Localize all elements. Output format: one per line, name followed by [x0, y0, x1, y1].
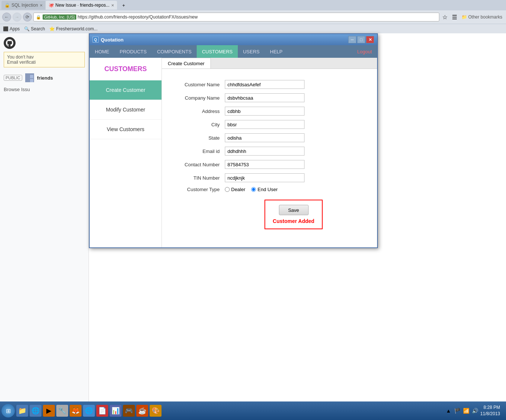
save-button[interactable]: Save — [279, 205, 309, 215]
github-logo — [4, 37, 16, 49]
browse-issues[interactable]: Browse Issu — [4, 84, 85, 94]
menu-logout[interactable]: Logout — [352, 45, 377, 58]
menu-icon[interactable]: ☰ — [450, 14, 459, 21]
radio-dealer-label[interactable]: Dealer — [225, 187, 245, 192]
notification-sub: Email verificati — [7, 60, 81, 65]
secure-label: GitHub, Inc. [US] — [43, 14, 76, 20]
taskbar-tray: ▲ 🏴 📶 🔊 8:28 PM 11/8/2013 — [443, 404, 505, 417]
label-address: Address — [177, 109, 225, 114]
address-bar[interactable]: 🔒 GitHub, Inc. [US] https://github.com/f… — [33, 13, 439, 21]
customer-added-message: Customer Added — [273, 218, 314, 224]
label-contact: Contact Number — [177, 162, 225, 167]
minimize-button[interactable]: ─ — [348, 36, 356, 43]
browser-tab-sql[interactable]: 🔒 SQL Injection ✕ — [1, 1, 46, 10]
repo-name: friends — [37, 75, 53, 81]
app-content: Create Customer Customer Name Company Na… — [162, 58, 377, 247]
notification-title: You don't hav — [7, 54, 81, 60]
taskbar-file-explorer[interactable]: 📁 — [16, 405, 28, 417]
browser-content: You don't hav Email verificati PUBLIC fr… — [0, 33, 506, 401]
taskbar-tools-icon[interactable]: 🔧 — [56, 405, 68, 417]
menu-products[interactable]: PRODUCTS — [114, 45, 152, 58]
tab-label: SQL Injection — [11, 3, 38, 8]
input-state[interactable] — [225, 133, 304, 142]
taskbar-paint-icon[interactable]: 🎨 — [150, 405, 162, 417]
github-sidebar: You don't hav Email verificati PUBLIC fr… — [0, 33, 89, 401]
star-icon[interactable]: ☆ — [441, 14, 449, 21]
app-body: CUSTOMERS Create Customer Modify Custome… — [90, 58, 377, 247]
bookmarks-bar: ⬛ Apps 🔍 Search ⭐ Freshersworld.com... — [0, 24, 506, 33]
form-area: Customer Name Company Name Address City — [162, 69, 377, 240]
apps-icon: ⬛ — [3, 26, 9, 31]
bookmark-search[interactable]: 🔍 Search — [24, 26, 45, 31]
radio-dealer-text: Dealer — [231, 187, 245, 192]
tray-network-icon[interactable]: 📶 — [463, 407, 470, 414]
input-customer-name[interactable] — [225, 80, 304, 89]
menu-customers[interactable]: CUSTOMERS — [197, 45, 238, 58]
security-lock-icon: 🔒 — [36, 15, 41, 20]
github-repo-row: PUBLIC friends — [4, 71, 85, 84]
tab-close-github[interactable]: ✕ — [111, 3, 114, 7]
app-icon: Q — [93, 37, 99, 43]
repo-icon — [25, 73, 34, 82]
tab-bar: 🔒 SQL Injection ✕ 🐙 New Issue · friends-… — [0, 0, 506, 10]
quotation-app-window: Q Quotation ─ □ ✕ HOME PRODUCTS COMPONEN… — [89, 33, 378, 248]
close-button[interactable]: ✕ — [366, 36, 374, 43]
freshers-icon: ⭐ — [49, 26, 55, 31]
input-contact[interactable] — [225, 160, 304, 169]
radio-enduser-text: End User — [257, 187, 277, 192]
menu-help[interactable]: HELP — [265, 45, 288, 58]
input-email[interactable] — [225, 147, 304, 156]
leftnav-modify-customer[interactable]: Modify Customer — [90, 100, 162, 120]
taskbar-firefox-icon[interactable]: 🦊 — [70, 405, 81, 417]
label-customer-type: Customer Type — [177, 187, 225, 192]
app-menubar: HOME PRODUCTS COMPONENTS CUSTOMERS USERS… — [90, 45, 377, 58]
form-row-state: State — [177, 133, 362, 142]
public-badge: PUBLIC — [4, 75, 22, 81]
taskbar-chrome-icon[interactable]: 🌐 — [83, 405, 95, 417]
bookmark-freshers[interactable]: ⭐ Freshersworld.com... — [49, 26, 97, 31]
back-button[interactable]: ← — [2, 13, 11, 21]
win-title: Quotation — [101, 37, 348, 43]
leftnav-view-customers[interactable]: View Customers — [90, 120, 162, 139]
form-row-customer-name: Customer Name — [177, 80, 362, 89]
taskbar-ie-icon[interactable]: 🌐 — [30, 405, 41, 417]
tray-flag-icon[interactable]: 🏴 — [454, 407, 461, 414]
tab-close-sql[interactable]: ✕ — [40, 3, 43, 7]
label-tin: TIN Number — [177, 175, 225, 181]
maximize-button[interactable]: □ — [357, 36, 365, 43]
github-notification: You don't hav Email verificati — [4, 52, 85, 67]
form-row-email: Email id — [177, 147, 362, 156]
taskbar-clock: 8:28 PM 11/8/2013 — [480, 404, 502, 417]
tab-icon-github: 🐙 — [49, 3, 54, 8]
taskbar-acrobat-icon[interactable]: 📄 — [96, 405, 108, 417]
menu-components[interactable]: COMPONENTS — [152, 45, 197, 58]
reload-button[interactable]: ⟳ — [23, 13, 32, 21]
input-city[interactable] — [225, 120, 304, 129]
leftnav-create-customer[interactable]: Create Customer — [90, 80, 162, 100]
input-company-name[interactable] — [225, 93, 304, 102]
leftnav-title: CUSTOMERS — [90, 61, 162, 80]
taskbar-media-icon[interactable]: ▶ — [43, 405, 55, 417]
radio-dealer[interactable] — [225, 187, 230, 192]
input-address[interactable] — [225, 107, 304, 116]
menu-users[interactable]: USERS — [238, 45, 265, 58]
start-button[interactable]: ⊞ — [1, 404, 15, 417]
input-tin[interactable] — [225, 173, 304, 182]
radio-end-user[interactable] — [251, 187, 256, 192]
menu-home[interactable]: HOME — [90, 45, 114, 58]
forward-button[interactable]: → — [13, 13, 21, 21]
taskbar-java-icon[interactable]: ☕ — [136, 405, 148, 417]
new-tab-button[interactable]: + — [119, 1, 129, 10]
radio-enduser-label[interactable]: End User — [251, 187, 277, 192]
tab-create-customer[interactable]: Create Customer — [162, 58, 211, 69]
app-leftnav: CUSTOMERS Create Customer Modify Custome… — [90, 58, 162, 247]
browser-tab-github[interactable]: 🐙 New Issue · friends-repos... ✕ — [46, 1, 117, 10]
other-bookmarks[interactable]: 📁 Other bookmarks — [460, 14, 504, 20]
tray-sound-icon[interactable]: 🔊 — [472, 407, 479, 414]
tray-arrow-icon[interactable]: ▲ — [445, 407, 452, 414]
label-email: Email id — [177, 149, 225, 154]
taskbar-game-icon[interactable]: 🎮 — [123, 405, 135, 417]
bookmark-apps[interactable]: ⬛ Apps — [3, 26, 20, 31]
tab-label-github: New Issue · friends-repos... — [56, 3, 110, 8]
taskbar-app-icon[interactable]: 📊 — [110, 405, 121, 417]
